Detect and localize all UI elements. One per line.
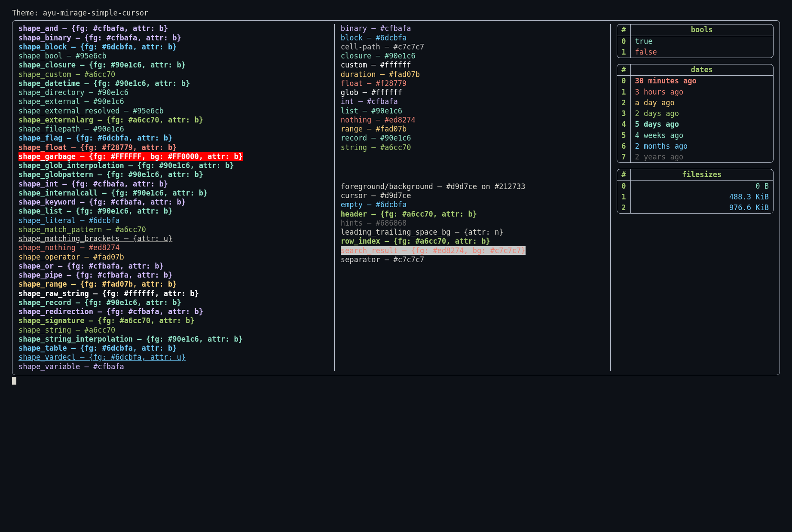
row-index: 0 [617,180,630,192]
style-entry: shape_pipe – {fg: #cfbafa, attr: b} [18,271,172,279]
table-row: 32 days ago [617,108,773,119]
table-row: 030 minutes ago [617,76,773,87]
row-index: 5 [617,130,630,141]
style-row-closure: closure – #90e1c6 [341,52,605,61]
style-entry: shape_external_resolved – #95e6cb [18,107,164,115]
style-row-shape_matching_brackets: shape_matching_brackets – {attr: u} [18,234,328,243]
style-row-shape_match_pattern: shape_match_pattern – #a6cc70 [18,225,328,234]
dates-table: #dates030 minutes ago13 hours ago2a day … [617,64,774,163]
style-row-shape_globpattern: shape_globpattern – {fg: #90e1c6, attr: … [18,170,328,179]
row-index: 0 [617,36,630,47]
style-entry: shape_matching_brackets – {attr: u} [18,234,172,243]
row-value: 3 hours ago [630,87,773,98]
style-entry: cursor – #d9d7ce [341,191,411,200]
style-entry: shape_range – {fg: #fad07b, attr: b} [18,280,177,288]
style-entry: shape_nothing – #ed8274 [18,243,119,252]
style-row-block: block – #6dcbfa [341,34,605,43]
style-row-shape_directory: shape_directory – #90e1c6 [18,88,328,97]
table-row: 1false [617,47,773,58]
row-value: 30 minutes ago [630,76,773,87]
style-row-cursor: cursor – #d9d7ce [341,191,605,200]
style-entry: cell-path – #c7c7c7 [341,43,424,51]
row-index: 4 [617,119,630,130]
style-entry: block – #6dcbfa [341,34,407,42]
style-entry: leading_trailing_space_bg – {attr: n} [341,228,504,236]
style-row-list: list – #90e1c6 [341,107,605,116]
style-entry: shape_float – {fg: #f28779, attr: b} [18,143,177,152]
row-index: 7 [617,152,630,162]
style-row-shape_vardecl: shape_vardecl – {fg: #6dcbfa, attr: u} [18,353,328,362]
table-row: 45 days ago [617,119,773,130]
style-entry: custom – #ffffff [341,61,411,69]
style-entry: list – #90e1c6 [341,107,402,115]
style-entry: shape_record – {fg: #90e1c6, attr: b} [18,298,181,307]
style-row-record: record – #90e1c6 [341,134,605,143]
row-index: 3 [617,108,630,119]
style-row-header: header – {fg: #a6cc70, attr: b} [341,210,605,219]
col-header: filesizes [630,169,773,180]
style-entry: shape_redirection – {fg: #cfbafa, attr: … [18,307,203,316]
style-row-binary: binary – #cfbafa [341,24,605,33]
types-column: binary – #cfbafablock – #6dcbfacell-path… [335,24,611,371]
style-entry: nothing – #ed8274 [341,116,416,124]
style-row-shape_raw_string: shape_raw_string – {fg: #ffffff, attr: b… [18,289,328,298]
style-row-shape_pipe: shape_pipe – {fg: #cfbafa, attr: b} [18,271,328,280]
style-row-shape_flag: shape_flag – {fg: #6dcbfa, attr: b} [18,134,328,143]
style-row-foreground/background: foreground/background – #d9d7ce on #2127… [341,182,605,191]
style-row-string: string – #a6cc70 [341,143,605,152]
row-index: 0 [617,76,630,87]
style-entry: shape_operator – #fad07b [18,253,124,261]
row-value: 2 months ago [630,141,773,152]
style-row-shape_range: shape_range – {fg: #fad07b, attr: b} [18,280,328,289]
style-row-shape_variable: shape_variable – #cfbafa [18,362,328,371]
col-header: dates [630,64,773,76]
terminal-cursor [12,377,16,385]
style-entry: search_result – {fg: #ed8274, bg: #c7c7c… [341,246,526,255]
row-index: 6 [617,141,630,152]
style-entry: shape_internalcall – {fg: #90e1c6, attr:… [18,189,208,197]
style-row-row_index: row_index – {fg: #a6cc70, attr: b} [341,237,605,246]
style-row-shape_datetime: shape_datetime – {fg: #90e1c6, attr: b} [18,79,328,88]
style-row-shape_external_resolved: shape_external_resolved – #95e6cb [18,107,328,116]
row-value: 976.6 KiB [630,202,773,213]
style-row-shape_list: shape_list – {fg: #90e1c6, attr: b} [18,207,328,216]
style-row-float: float – #f28779 [341,79,605,88]
style-entry: shape_closure – {fg: #90e1c6, attr: b} [18,61,186,69]
col-header: # [617,64,630,76]
style-entry: shape_externalarg – {fg: #a6cc70, attr: … [18,116,203,124]
style-entry: shape_string – #a6cc70 [18,326,115,334]
style-row-shape_string_interpolation: shape_string_interpolation – {fg: #90e1c… [18,335,328,344]
shapes-column: shape_and – {fg: #cfbafa, attr: b}shape_… [12,24,335,371]
style-row-int: int – #cfbafa [341,97,605,106]
style-row-shape_custom: shape_custom – #a6cc70 [18,70,328,79]
style-entry: shape_signature – {fg: #a6cc70, attr: b} [18,316,194,325]
row-value: 5 days ago [630,119,773,130]
style-row-shape_operator: shape_operator – #fad07b [18,253,328,262]
style-row-shape_literal: shape_literal – #6dcbfa [18,216,328,225]
table-row: 13 hours ago [617,87,773,98]
style-entry: closure – #90e1c6 [341,52,416,60]
style-entry: header – {fg: #a6cc70, attr: b} [341,210,477,218]
style-row-shape_internalcall: shape_internalcall – {fg: #90e1c6, attr:… [18,189,328,198]
style-entry: shape_variable – #cfbafa [18,362,124,371]
style-row-cell-path: cell-path – #c7c7c7 [341,43,605,52]
style-row-search_result: search_result – {fg: #ed8274, bg: #c7c7c… [341,246,605,255]
style-row-shape_bool: shape_bool – #95e6cb [18,52,328,61]
row-index: 1 [617,47,630,58]
style-entry: shape_directory – #90e1c6 [18,88,128,97]
theme-header: Theme: ayu-mirage-simple-cursor [12,9,780,18]
row-index: 2 [617,98,630,108]
style-entry: shape_binary – {fg: #cfbafa, attr: b} [18,34,181,42]
style-entry: shape_vardecl – {fg: #6dcbfa, attr: u} [18,353,186,361]
tables-column: #bools0true1false#dates030 minutes ago13… [611,24,780,371]
style-entry: shape_list – {fg: #90e1c6, attr: b} [18,207,172,215]
style-entry: shape_string_interpolation – {fg: #90e1c… [18,335,243,343]
table-row: 54 weeks ago [617,130,773,141]
col-header: # [617,24,630,36]
style-entry: hints – #686868 [341,219,407,227]
style-row-shape_float: shape_float – {fg: #f28779, attr: b} [18,143,328,152]
table-row: 62 months ago [617,141,773,152]
style-entry: shape_flag – {fg: #6dcbfa, attr: b} [18,134,172,142]
style-entry: float – #f28779 [341,79,407,88]
style-row-shape_redirection: shape_redirection – {fg: #cfbafa, attr: … [18,307,328,316]
